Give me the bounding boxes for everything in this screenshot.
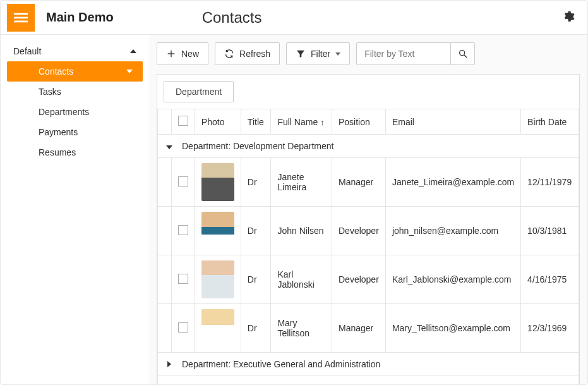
group-panel-chip[interactable]: Department bbox=[164, 81, 234, 102]
row-checkbox[interactable] bbox=[178, 176, 188, 186]
cell-title: Dr bbox=[241, 158, 271, 207]
avatar bbox=[201, 260, 234, 298]
table-row[interactable]: Dr John Nilsen Developer john_nilsen@exa… bbox=[158, 207, 579, 255]
page-title: Contacts bbox=[202, 9, 262, 27]
sidebar-item-label: Contacts bbox=[39, 66, 73, 76]
search-box bbox=[356, 42, 475, 65]
refresh-icon bbox=[224, 49, 234, 59]
plus-icon bbox=[166, 49, 176, 59]
data-grid: Department Photo Title Full Name↑ Positi… bbox=[157, 74, 580, 384]
refresh-button[interactable]: Refresh bbox=[215, 42, 280, 65]
sidebar: Default Contacts Tasks Departments Payme… bbox=[1, 35, 149, 384]
select-all-checkbox[interactable] bbox=[178, 116, 188, 126]
search-icon bbox=[458, 49, 468, 59]
cell-birth: 12/3/1969 bbox=[521, 304, 579, 353]
row-checkbox[interactable] bbox=[178, 322, 188, 333]
svg-point-5 bbox=[459, 51, 464, 56]
column-birth-date[interactable]: Birth Date bbox=[521, 109, 579, 135]
group-row[interactable]: Department: Development Department bbox=[158, 135, 579, 158]
app-header: Main Demo Contacts bbox=[1, 1, 587, 35]
table-row[interactable]: Dr Karl Jablonski Developer Karl_Jablons… bbox=[158, 255, 579, 304]
column-select-all[interactable] bbox=[171, 109, 195, 135]
svg-rect-1 bbox=[14, 16, 28, 18]
refresh-button-label: Refresh bbox=[239, 49, 270, 59]
new-button[interactable]: New bbox=[157, 42, 208, 65]
sidebar-item-tasks[interactable]: Tasks bbox=[1, 82, 149, 102]
column-position[interactable]: Position bbox=[332, 109, 385, 135]
main-content: New Refresh Filter bbox=[149, 35, 587, 384]
cell-full-name: Karl Jablonski bbox=[271, 255, 332, 304]
sidebar-item-contacts[interactable]: Contacts bbox=[7, 61, 143, 82]
group-label: Department: Inventory Management bbox=[182, 382, 323, 384]
sidebar-item-payments[interactable]: Payments bbox=[1, 122, 149, 142]
cell-full-name: Janete Limeira bbox=[271, 158, 332, 207]
cell-title: Dr bbox=[241, 304, 271, 353]
cell-email: Karl_Jablonski@example.com bbox=[385, 255, 520, 304]
table-row[interactable]: Dr Janete Limeira Manager Janete_Limeira… bbox=[158, 158, 579, 207]
cell-birth: 12/11/1979 bbox=[521, 158, 579, 207]
column-header-row: Photo Title Full Name↑ Position Email Bi… bbox=[158, 109, 579, 135]
filter-button[interactable]: Filter bbox=[286, 42, 350, 65]
cell-email: Mary_Tellitson@example.com bbox=[385, 304, 520, 353]
cell-title: Dr bbox=[241, 255, 271, 304]
table-row[interactable]: Dr Mary Tellitson Manager Mary_Tellitson… bbox=[158, 304, 579, 353]
cell-position: Manager bbox=[332, 158, 385, 207]
hamburger-icon bbox=[14, 11, 28, 25]
cell-full-name: John Nilsen bbox=[271, 207, 332, 255]
group-row[interactable]: Department: Inventory Management bbox=[158, 376, 579, 385]
svg-rect-0 bbox=[14, 13, 28, 15]
column-photo[interactable]: Photo bbox=[195, 109, 241, 135]
sidebar-group-header[interactable]: Default bbox=[1, 41, 149, 61]
search-input[interactable] bbox=[356, 42, 451, 65]
svg-line-6 bbox=[464, 55, 467, 58]
avatar bbox=[201, 212, 234, 250]
row-checkbox[interactable] bbox=[178, 274, 188, 284]
gear-icon bbox=[562, 10, 575, 23]
settings-button[interactable] bbox=[562, 10, 575, 25]
chevron-up-icon bbox=[130, 49, 136, 53]
column-title[interactable]: Title bbox=[241, 109, 271, 135]
cell-birth: 10/3/1981 bbox=[521, 207, 579, 255]
group-row[interactable]: Department: Executive General and Admini… bbox=[158, 353, 579, 376]
avatar bbox=[201, 163, 234, 201]
cell-position: Manager bbox=[332, 304, 385, 353]
filter-button-label: Filter bbox=[311, 49, 330, 59]
new-button-label: New bbox=[181, 49, 199, 59]
group-expand-button[interactable] bbox=[165, 359, 173, 369]
sidebar-item-resumes[interactable]: Resumes bbox=[1, 142, 149, 162]
group-label: Department: Development Department bbox=[182, 141, 333, 151]
svg-rect-2 bbox=[14, 20, 28, 22]
search-button[interactable] bbox=[451, 42, 475, 65]
app-title: Main Demo bbox=[46, 10, 114, 25]
cell-title: Dr bbox=[241, 207, 271, 255]
avatar bbox=[201, 309, 234, 347]
triangle-right-icon bbox=[167, 361, 171, 367]
group-label: Department: Executive General and Admini… bbox=[182, 359, 380, 369]
group-expand-button[interactable] bbox=[165, 382, 173, 384]
sort-asc-icon: ↑ bbox=[320, 118, 325, 127]
caret-down-icon bbox=[335, 52, 340, 56]
cell-position: Developer bbox=[332, 255, 385, 304]
cell-position: Developer bbox=[332, 207, 385, 255]
cell-full-name: Mary Tellitson bbox=[271, 304, 332, 353]
menu-toggle-button[interactable] bbox=[7, 4, 35, 32]
sidebar-group-label: Default bbox=[13, 46, 41, 56]
group-collapse-button[interactable] bbox=[165, 141, 173, 151]
cell-email: Janete_Limeira@example.com bbox=[385, 158, 520, 207]
column-full-name[interactable]: Full Name↑ bbox=[271, 109, 332, 135]
funnel-icon bbox=[296, 49, 306, 59]
triangle-down-icon bbox=[166, 145, 172, 149]
cell-email: john_nilsen@example.com bbox=[385, 207, 520, 255]
cell-birth: 4/16/1975 bbox=[521, 255, 579, 304]
column-expand bbox=[158, 109, 172, 135]
sidebar-item-departments[interactable]: Departments bbox=[1, 102, 149, 122]
column-email[interactable]: Email bbox=[385, 109, 520, 135]
toolbar: New Refresh Filter bbox=[157, 42, 580, 65]
chevron-down-icon bbox=[126, 70, 133, 73]
row-checkbox[interactable] bbox=[178, 225, 188, 235]
